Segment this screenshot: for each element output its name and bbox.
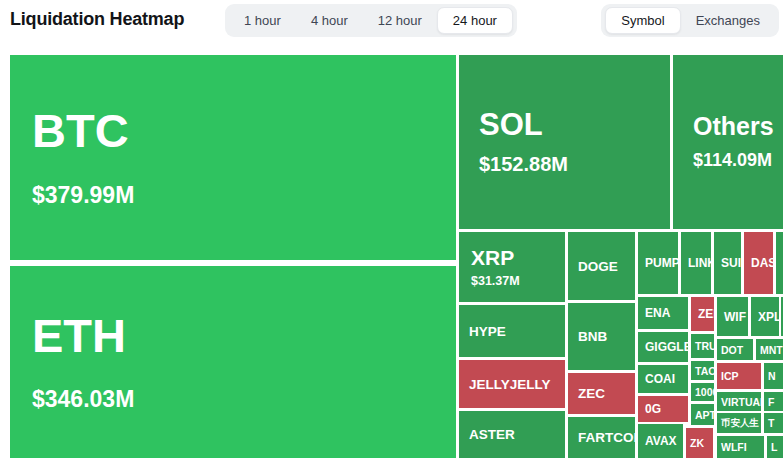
tile-symbol: XRP xyxy=(471,246,514,269)
tile-symbol: ZEC xyxy=(578,386,605,401)
tile-symbol: Others xyxy=(693,113,774,141)
mode-tab-symbol[interactable]: Symbol xyxy=(605,7,680,34)
treemap-tile-avax[interactable]: AVAX xyxy=(638,424,683,458)
tile-symbol: WIF xyxy=(724,310,746,324)
tile-value: $114.09M xyxy=(693,150,772,171)
tile-symbol: ETH xyxy=(32,311,126,360)
tile-symbol: ASTER xyxy=(469,427,515,442)
treemap-tile-dot[interactable]: DOT xyxy=(717,339,753,360)
treemap-tile-tao[interactable]: TAO xyxy=(691,361,714,380)
time-tab-1-hour[interactable]: 1 hour xyxy=(229,7,296,34)
treemap-tile-sol[interactable]: SOL$152.88M xyxy=(459,55,670,229)
tile-symbol: JELLYJELLY xyxy=(469,377,551,392)
treemap-tile-trump[interactable]: TRUMP xyxy=(691,334,714,358)
treemap-tile-zen[interactable]: ZEN xyxy=(691,297,714,331)
treemap-tile-virtual[interactable]: VIRTUAL xyxy=(717,392,761,411)
treemap-tile-1000pepe[interactable]: 1000PEPE xyxy=(691,383,714,401)
treemap-tile-wif[interactable]: WIF xyxy=(717,297,748,336)
page-title: Liquidation Heatmap xyxy=(10,9,184,30)
tile-symbol: DASH xyxy=(751,256,773,270)
tile-symbol: ICP xyxy=(721,370,739,382)
tile-symbol: SUI xyxy=(721,256,741,270)
tile-symbol: TAO xyxy=(695,365,714,377)
tile-symbol: T xyxy=(768,417,774,429)
treemap-tile-xrp[interactable]: XRP$31.37M xyxy=(459,232,565,302)
header: Liquidation Heatmap 1 hour4 hour12 hour2… xyxy=(0,0,783,46)
treemap-tile-unlabeled-16[interactable] xyxy=(776,232,783,294)
treemap-tile-apt[interactable]: APT xyxy=(691,404,714,425)
time-range-tabs: 1 hour4 hour12 hour24 hour xyxy=(225,4,517,37)
tile-symbol: BTC xyxy=(32,106,129,155)
treemap-tile-ena[interactable]: ENA xyxy=(638,297,688,329)
treemap-tile-link[interactable]: LINK xyxy=(681,232,711,294)
treemap-tile-giggle[interactable]: GIGGLE xyxy=(638,332,688,362)
treemap-tile-hype[interactable]: HYPE xyxy=(459,305,565,357)
tile-symbol: TRUMP xyxy=(695,340,714,352)
tile-symbol: 0G xyxy=(645,402,661,416)
treemap-tile-0g[interactable]: 0G xyxy=(638,396,688,422)
treemap: BTC$379.99METH$346.03MSOL$152.88MOthers$… xyxy=(0,0,783,458)
tile-symbol: ZK xyxy=(690,437,704,449)
treemap-tile-btc[interactable]: BTC$379.99M xyxy=(10,55,456,260)
tile-symbol: DOT xyxy=(721,344,743,356)
tile-symbol: PUMP xyxy=(645,256,678,270)
tile-symbol: 币安人生 xyxy=(721,418,759,428)
treemap-tile-n[interactable]: N xyxy=(764,363,783,389)
treemap-tile-pump[interactable]: PUMP xyxy=(638,232,678,294)
treemap-tile-mnt[interactable]: MNT xyxy=(756,339,783,360)
tile-value: $346.03M xyxy=(32,386,134,413)
treemap-tile-coai[interactable]: COAI xyxy=(638,365,688,393)
tile-value: $31.37M xyxy=(471,274,520,288)
treemap-tile-fartcoin[interactable]: FARTCOIN xyxy=(568,417,635,458)
tile-symbol: COAI xyxy=(645,372,675,386)
tile-symbol: VIRTUAL xyxy=(721,396,761,408)
tile-symbol: SOL xyxy=(479,108,543,142)
tile-symbol: XPL xyxy=(758,310,779,324)
tile-symbol: GIGGLE xyxy=(645,340,688,354)
treemap-tile-sui[interactable]: SUI xyxy=(714,232,741,294)
time-tab-24-hour[interactable]: 24 hour xyxy=(437,7,513,34)
treemap-tile-l[interactable]: L xyxy=(767,436,783,458)
mode-tabs: SymbolExchanges xyxy=(601,4,779,37)
time-tab-12-hour[interactable]: 12 hour xyxy=(363,7,437,34)
treemap-tile-others[interactable]: Others$114.09M xyxy=(673,55,783,229)
treemap-tile-t[interactable]: T xyxy=(764,413,783,433)
tile-symbol: APT xyxy=(695,409,714,421)
tile-symbol: N xyxy=(768,370,776,382)
tile-symbol: WLFI xyxy=(721,441,747,453)
treemap-tile-doge[interactable]: DOGE xyxy=(568,232,635,300)
tile-symbol: F xyxy=(768,396,774,408)
tile-symbol: DOGE xyxy=(578,259,618,274)
tile-symbol: FARTCOIN xyxy=(578,430,635,445)
treemap-tile-zk[interactable]: ZK xyxy=(686,428,713,458)
treemap-tile-aster[interactable]: ASTER xyxy=(459,411,565,458)
tile-symbol: 1000PEPE xyxy=(695,386,714,398)
tile-value: $379.99M xyxy=(32,182,134,209)
time-tab-4-hour[interactable]: 4 hour xyxy=(296,7,363,34)
treemap-tile-f[interactable]: F xyxy=(764,392,783,411)
treemap-tile-zec[interactable]: ZEC xyxy=(568,373,635,414)
treemap-tile-icp[interactable]: ICP xyxy=(717,363,761,389)
tile-symbol: L xyxy=(771,441,777,453)
tile-symbol: BNB xyxy=(578,329,607,344)
treemap-tile-bnb[interactable]: BNB xyxy=(568,303,635,370)
treemap-tile-eth[interactable]: ETH$346.03M xyxy=(10,266,456,458)
tile-symbol: ENA xyxy=(645,306,670,320)
treemap-tile-xpl[interactable]: XPL xyxy=(751,297,779,336)
treemap-tile-jellyjelly[interactable]: JELLYJELLY xyxy=(459,360,565,408)
tile-symbol: ZEN xyxy=(698,307,714,321)
tile-symbol: HYPE xyxy=(469,324,506,339)
treemap-tile-dash[interactable]: DASH xyxy=(744,232,773,294)
tile-value: $152.88M xyxy=(479,153,568,176)
tile-symbol: MNT xyxy=(760,344,783,356)
treemap-tile-wlfi[interactable]: WLFI xyxy=(717,436,764,458)
treemap-tile-unlabeled-35[interactable]: 币安人生 xyxy=(717,413,761,433)
tile-symbol: LINK xyxy=(688,256,711,270)
tile-symbol: AVAX xyxy=(645,434,677,448)
mode-tab-exchanges[interactable]: Exchanges xyxy=(681,7,775,34)
